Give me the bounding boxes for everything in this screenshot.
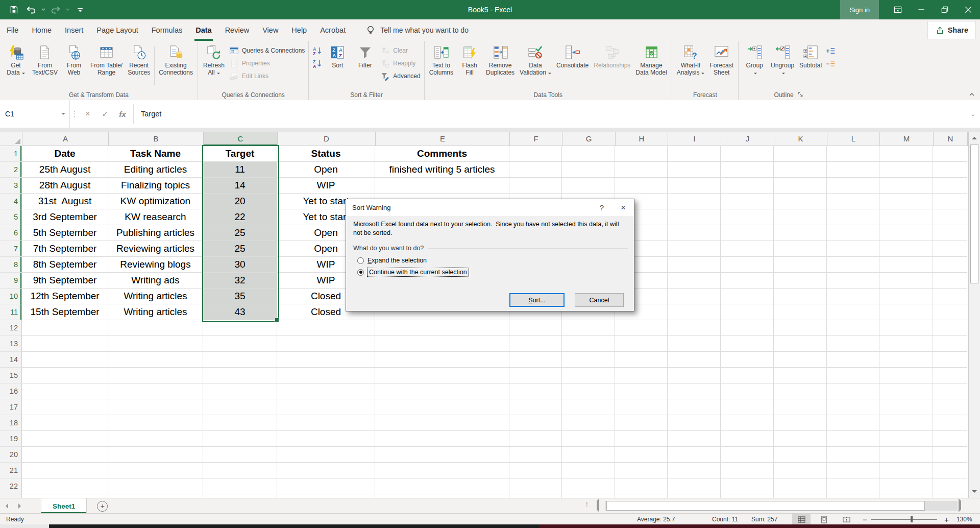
cell-F15[interactable] — [509, 368, 562, 383]
cell-N14[interactable] — [933, 352, 967, 368]
ungroup-button[interactable]: Ungroup — [768, 42, 797, 89]
cancel-entry-icon[interactable]: × — [79, 100, 96, 128]
cell-I21[interactable] — [668, 463, 721, 478]
cell-N5[interactable] — [933, 209, 967, 225]
cell-L13[interactable] — [827, 336, 879, 352]
column-header-N[interactable]: N — [934, 132, 968, 146]
cell-K6[interactable] — [774, 225, 827, 241]
cell-M23[interactable] — [879, 494, 933, 498]
column-header-G[interactable]: G — [562, 132, 616, 146]
cell-J15[interactable] — [721, 368, 774, 383]
cell-H18[interactable] — [615, 415, 668, 431]
cell-I23[interactable] — [668, 494, 721, 498]
tell-me-box[interactable]: Tell me what you want to do — [365, 19, 469, 41]
cell-N1[interactable] — [933, 146, 967, 162]
cell-C13[interactable] — [203, 336, 277, 352]
cell-A8[interactable]: 8th September — [22, 257, 108, 273]
cell-J9[interactable] — [721, 273, 774, 289]
collapse-ribbon-icon[interactable] — [968, 90, 976, 99]
hscroll-right-icon[interactable] — [959, 501, 964, 510]
cell-M15[interactable] — [879, 368, 933, 383]
tab-file[interactable]: File — [0, 19, 25, 41]
zoom-slider[interactable] — [871, 519, 937, 520]
cell-C9[interactable]: 32 — [203, 273, 277, 289]
formula-bar-splitter[interactable]: ⋮ — [70, 100, 79, 128]
cell-F21[interactable] — [509, 463, 562, 478]
cell-E22[interactable] — [375, 478, 509, 494]
cell-B6[interactable]: Publishing articles — [108, 225, 203, 241]
cell-C1[interactable]: Target — [203, 146, 277, 162]
page-break-preview-icon[interactable] — [837, 514, 855, 525]
cell-E18[interactable] — [375, 415, 509, 431]
cell-M19[interactable] — [879, 431, 933, 447]
row-header-3[interactable]: 3 — [0, 178, 22, 194]
cell-K22[interactable] — [774, 478, 827, 494]
cell-M22[interactable] — [879, 478, 933, 494]
cell-E17[interactable] — [375, 399, 509, 415]
cell-J2[interactable] — [721, 162, 774, 178]
vertical-scroll-thumb[interactable] — [970, 145, 978, 283]
cell-B10[interactable]: Writing articles — [108, 289, 203, 304]
cell-B11[interactable]: Writing articles — [108, 304, 203, 320]
row-header-7[interactable]: 7 — [0, 241, 22, 257]
cell-F23[interactable] — [509, 494, 562, 498]
filter-button[interactable]: Filter — [351, 42, 379, 89]
cell-A11[interactable]: 15th September — [22, 304, 108, 320]
cell-D18[interactable] — [277, 415, 375, 431]
dialog-titlebar[interactable]: Sort Warning ? × — [346, 199, 634, 216]
cell-I10[interactable] — [668, 289, 721, 304]
cell-C16[interactable] — [203, 383, 277, 399]
cell-D22[interactable] — [277, 478, 375, 494]
cell-A21[interactable] — [22, 463, 108, 478]
cell-B22[interactable] — [108, 478, 203, 494]
cell-J8[interactable] — [721, 257, 774, 273]
cell-F17[interactable] — [509, 399, 562, 415]
zoom-in-icon[interactable]: + — [944, 514, 949, 525]
cell-K12[interactable] — [774, 320, 827, 336]
cell-N16[interactable] — [933, 383, 967, 399]
consolidate-button[interactable]: Consolidate — [554, 42, 591, 89]
cell-H16[interactable] — [615, 383, 668, 399]
cell-B8[interactable]: Reviewing blogs — [108, 257, 203, 273]
expand-formula-bar-icon[interactable]: ⌄ — [966, 100, 980, 128]
dialog-close-button[interactable]: × — [612, 199, 634, 216]
cell-I18[interactable] — [668, 415, 721, 431]
tab-home[interactable]: Home — [25, 19, 58, 41]
cell-G1[interactable] — [562, 146, 615, 162]
cell-M4[interactable] — [879, 194, 933, 209]
cell-I9[interactable] — [668, 273, 721, 289]
cell-B2[interactable]: Editing articles — [108, 162, 203, 178]
cell-J5[interactable] — [721, 209, 774, 225]
tab-help[interactable]: Help — [285, 19, 313, 41]
cell-I20[interactable] — [668, 447, 721, 463]
cell-L12[interactable] — [827, 320, 879, 336]
sort-az-button[interactable]: AZ — [312, 45, 322, 56]
row-header-13[interactable]: 13 — [0, 336, 22, 352]
cell-C15[interactable] — [203, 368, 277, 383]
zoom-out-icon[interactable]: − — [863, 514, 867, 525]
cell-H17[interactable] — [615, 399, 668, 415]
cell-G19[interactable] — [562, 431, 615, 447]
cell-K23[interactable] — [774, 494, 827, 498]
cell-E21[interactable] — [375, 463, 509, 478]
cell-F16[interactable] — [509, 383, 562, 399]
cell-M3[interactable] — [879, 178, 933, 194]
cell-M7[interactable] — [879, 241, 933, 257]
cell-M16[interactable] — [879, 383, 933, 399]
cell-A9[interactable]: 9th September — [22, 273, 108, 289]
subtotal-button[interactable]: Subtotal — [797, 42, 824, 89]
cell-H12[interactable] — [615, 320, 668, 336]
cell-A7[interactable]: 7th September — [22, 241, 108, 257]
scroll-down-icon[interactable] — [969, 487, 980, 497]
name-box[interactable]: C1 — [0, 100, 70, 128]
column-header-J[interactable]: J — [721, 132, 774, 146]
sort-za-button[interactable]: ZA — [312, 58, 322, 69]
cell-L11[interactable] — [827, 304, 879, 320]
cell-L18[interactable] — [827, 415, 879, 431]
cell-I22[interactable] — [668, 478, 721, 494]
column-header-H[interactable]: H — [616, 132, 668, 146]
select-all-button[interactable] — [0, 132, 22, 146]
cell-A4[interactable]: 31st August — [22, 194, 108, 209]
cell-A13[interactable] — [22, 336, 108, 352]
row-header-21[interactable]: 21 — [0, 463, 22, 478]
